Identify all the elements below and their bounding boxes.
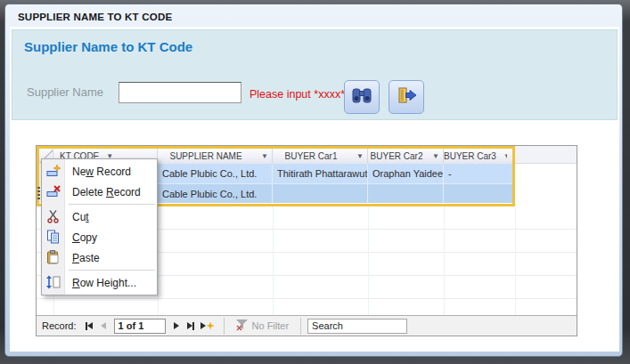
grid-line <box>273 206 274 315</box>
column-header-buyer-car1[interactable]: BUYER Car1 ▼ <box>273 149 368 164</box>
paste-icon <box>46 250 61 264</box>
first-record-button[interactable] <box>82 319 96 333</box>
page-title: Supplier Name to KT Code <box>24 39 192 54</box>
record-navigation-bar: Record: 1 of 1 No Filter <box>37 315 577 336</box>
chevron-down-icon[interactable]: ▼ <box>356 152 364 160</box>
cell-supplier: Cable Plubic Co., Ltd. <box>158 164 273 183</box>
no-filter-button[interactable]: No Filter <box>231 320 295 333</box>
cell-buyer2 <box>368 184 444 203</box>
window-title: SUPPLIER NAME TO KT CODE <box>18 12 172 22</box>
search-input[interactable] <box>307 319 407 334</box>
datasheet-header-filler <box>515 146 577 164</box>
chevron-down-icon[interactable]: ▼ <box>432 152 439 160</box>
funnel-icon <box>236 320 249 333</box>
star-icon <box>207 322 215 330</box>
last-record-button[interactable] <box>184 319 198 333</box>
supplier-name-label: Supplier Name <box>27 85 103 99</box>
menu-item-copy[interactable]: Copy <box>42 227 157 247</box>
exit-door-icon <box>397 87 417 107</box>
row-edit-marker <box>37 187 40 199</box>
new-record-icon <box>46 164 61 178</box>
divider <box>224 318 225 335</box>
grid-line <box>158 206 159 315</box>
menu-item-delete-record[interactable]: Delete Record <box>42 182 157 202</box>
menu-item-new-record[interactable]: New Record <box>42 161 157 182</box>
column-header-supplier-name[interactable]: SUPPLIER NAME ▼ <box>158 149 273 164</box>
chevron-down-icon[interactable]: ▼ <box>261 152 268 160</box>
record-label: Record: <box>42 320 77 331</box>
copy-icon <box>46 230 61 244</box>
next-record-button[interactable] <box>169 319 184 333</box>
cell-buyer1: Thitirath Phattarawut <box>273 164 368 183</box>
menu-separator <box>69 204 155 205</box>
menu-item-cut[interactable]: Cut <box>42 206 157 227</box>
divider <box>300 318 301 335</box>
input-hint-text: Please input *xxxx* <box>250 88 345 101</box>
no-filter-label: No Filter <box>252 320 290 331</box>
grid-line <box>515 206 516 315</box>
context-menu: New Record Delete Record Cut <box>41 158 158 295</box>
record-position[interactable]: 1 of 1 <box>114 319 166 334</box>
exit-button[interactable] <box>389 80 424 114</box>
column-header-buyer-car2[interactable]: BUYER Car2 ▼ <box>368 149 444 164</box>
menu-item-paste[interactable]: Paste <box>42 247 157 268</box>
cell-buyer3: - <box>444 164 507 183</box>
menu-item-row-height[interactable]: Row Height... <box>42 272 157 293</box>
binoculars-icon <box>352 88 372 107</box>
supplier-name-input[interactable] <box>119 82 241 103</box>
cell-buyer3 <box>444 184 507 203</box>
menu-separator <box>69 270 155 271</box>
search-button[interactable] <box>344 80 380 114</box>
cell-buyer2: Oraphan Yaidee <box>368 164 444 183</box>
row-height-icon <box>46 275 61 289</box>
cut-icon <box>46 209 61 223</box>
new-record-button[interactable] <box>198 319 217 333</box>
grid-line <box>368 206 369 315</box>
cell-buyer1 <box>273 184 368 203</box>
delete-record-icon <box>46 184 61 198</box>
previous-record-button[interactable] <box>96 319 110 333</box>
cell-supplier: Cable Plubic Co., Ltd. <box>158 184 273 203</box>
chevron-down-icon[interactable]: ▼ <box>503 152 507 160</box>
grid-line <box>444 206 445 315</box>
app-root: { "window": { "title": "SUPPLIER NAME TO… <box>0 0 630 364</box>
column-header-buyer-car3[interactable]: BUYER Car3 ▼ <box>444 149 507 164</box>
